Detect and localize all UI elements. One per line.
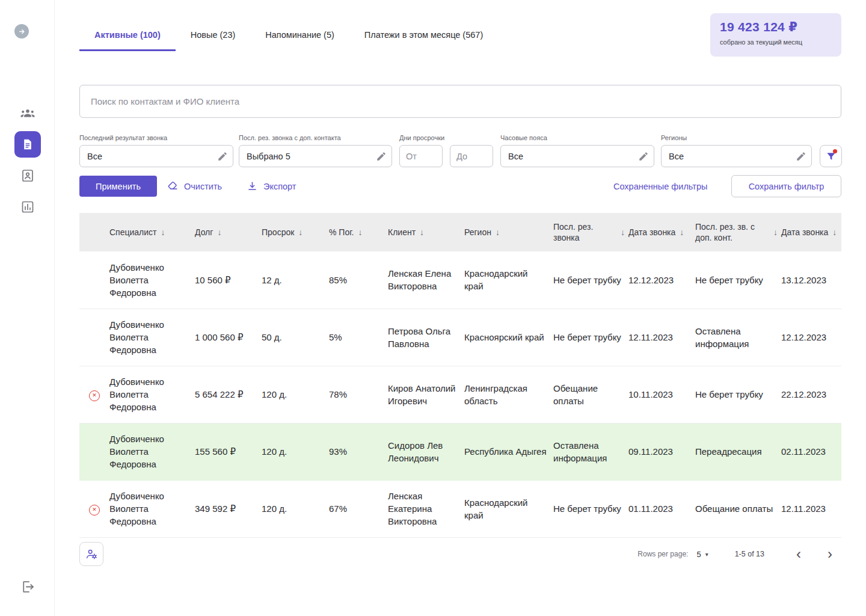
row-flag-cell: [79, 251, 109, 309]
next-page-button[interactable]: ›: [822, 547, 838, 561]
sort-down-icon[interactable]: ↓: [161, 227, 165, 237]
filter-last-call-result-input[interactable]: [79, 145, 233, 167]
saved-filters-link[interactable]: Сохраненные фильтры: [613, 176, 707, 197]
column-debt[interactable]: Долг↓: [195, 213, 262, 251]
sidebar-item-documents[interactable]: [14, 131, 41, 158]
cell-last-result: Не берет трубку: [553, 251, 628, 309]
cell-client: Сидоров Лев Леонидович: [388, 423, 464, 480]
column-label: Клиент: [388, 227, 416, 238]
sort-down-icon[interactable]: ↓: [298, 227, 302, 237]
cell-last-result: Обещание оплаты: [553, 366, 628, 423]
overdue-days-from-input[interactable]: [399, 145, 443, 167]
apply-button[interactable]: Применить: [79, 176, 157, 197]
chevron-down-icon: ▾: [705, 551, 708, 558]
filter-label-last-call-result-additional: Посл. рез. звонка с доп. контакта: [239, 134, 341, 141]
column-region[interactable]: Регион↓: [464, 213, 553, 251]
sidebar-item-contacts[interactable]: [14, 162, 41, 189]
table-row[interactable]: ✕ Дубовиченко Виолетта Федоровна 349 592…: [79, 480, 841, 537]
cell-call-date-additional: 22.12.2023: [781, 366, 841, 423]
sidebar: [0, 0, 55, 616]
error-flag-icon: ✕: [89, 505, 100, 516]
rows-per-page-value: 5: [696, 550, 701, 559]
filter-timezones-input[interactable]: [500, 145, 654, 167]
sidebar-item-analytics[interactable]: [14, 194, 41, 220]
tab-reminder[interactable]: Напоминание (5): [250, 20, 349, 51]
column-client[interactable]: Клиент↓: [388, 213, 464, 251]
cell-specialist: Дубовиченко Виолетта Федоровна: [109, 423, 195, 480]
column-specialist[interactable]: Специалист↓: [109, 213, 195, 251]
table-row-highlighted[interactable]: Дубовиченко Виолетта Федоровна 155 560 ₽…: [79, 423, 841, 480]
filter-timezones: [500, 145, 654, 167]
clear-button-label: Очистить: [184, 182, 222, 191]
row-flag-cell: ✕: [79, 366, 109, 423]
rows-per-page-label: Rows per page:: [637, 550, 688, 558]
filter-label-overdue-days: Дни просрочки: [399, 134, 444, 141]
previous-page-button[interactable]: ‹: [791, 547, 806, 561]
bar-chart-icon: [20, 200, 35, 214]
filter-label-timezones: Часовые пояса: [500, 134, 547, 141]
sort-down-icon[interactable]: ↓: [420, 227, 424, 237]
cell-debt: 155 560 ₽: [195, 423, 262, 480]
column-call-date-additional[interactable]: Дата звонка↓: [781, 213, 841, 251]
sort-down-icon[interactable]: ↓: [832, 227, 837, 237]
cell-call-date-additional: 02.11.2023: [781, 423, 841, 480]
cell-overdue: 12 д.: [262, 251, 329, 309]
rows-per-page-select[interactable]: 5 ▾: [696, 550, 708, 559]
cell-specialist: Дубовиченко Виолетта Федоровна: [109, 309, 195, 366]
cell-client: Киров Анатолий Игоревич: [388, 366, 464, 423]
tab-new[interactable]: Новые (23): [176, 20, 251, 51]
export-button[interactable]: Экспорт: [247, 176, 296, 197]
search-input[interactable]: [79, 85, 841, 118]
tab-active[interactable]: Активные (100): [79, 20, 176, 51]
sort-down-icon[interactable]: ↓: [496, 227, 500, 237]
sort-down-icon[interactable]: ↓: [680, 227, 684, 237]
cell-call-date-additional: 12.12.2023: [781, 309, 841, 366]
save-filter-button[interactable]: Сохранить фильтр: [731, 175, 841, 197]
filter-overdue-days-to: [450, 145, 493, 167]
cell-region: Республика Адыгея: [464, 423, 553, 480]
cell-percent: 78%: [329, 366, 388, 423]
table-row[interactable]: ✕ Дубовиченко Виолетта Федоровна 5 654 2…: [79, 366, 841, 423]
edit-icon[interactable]: [638, 151, 649, 162]
filter-regions: [661, 145, 812, 167]
cell-call-date-additional: 13.12.2023: [781, 251, 841, 309]
tab-payments-month[interactable]: Платежи в этом месяце (567): [349, 20, 498, 51]
column-call-date[interactable]: Дата звонка↓: [628, 213, 695, 251]
row-flag-cell: [79, 423, 109, 480]
column-settings-button[interactable]: [79, 542, 103, 566]
arrow-right-icon: [18, 28, 26, 35]
logout-button[interactable]: [20, 579, 35, 597]
filter-last-call-result-additional-input[interactable]: [239, 145, 392, 167]
overdue-days-to-input[interactable]: [450, 145, 493, 167]
edit-icon[interactable]: [376, 151, 387, 162]
filter-active-badge: [833, 149, 837, 153]
sort-down-icon[interactable]: ↓: [358, 227, 362, 237]
column-last-result[interactable]: Посл. рез. звонка↓: [553, 213, 628, 251]
app-logo[interactable]: [14, 24, 29, 38]
sort-down-icon[interactable]: ↓: [217, 227, 221, 237]
cell-client: Ленская Екатерина Викторовна: [388, 480, 464, 537]
advanced-filters-button[interactable]: [820, 145, 842, 167]
tab-bar: Активные (100) Новые (23) Напоминание (5…: [79, 20, 498, 51]
edit-icon[interactable]: [796, 151, 806, 162]
sort-down-icon[interactable]: ↓: [773, 227, 778, 237]
edit-icon[interactable]: [217, 151, 228, 162]
column-label: Посл. рез. звонка: [553, 221, 616, 243]
cell-last-result-additional: Не берет трубку: [695, 366, 781, 423]
cell-debt: 10 560 ₽: [195, 251, 262, 309]
clear-button[interactable]: Очистить: [167, 176, 222, 197]
sidebar-item-clients[interactable]: [14, 100, 41, 126]
column-overdue[interactable]: Просрок↓: [262, 213, 329, 251]
table-row[interactable]: Дубовиченко Виолетта Федоровна 10 560 ₽ …: [79, 251, 841, 309]
cell-last-result: Не берет трубку: [553, 309, 628, 366]
table-row[interactable]: Дубовиченко Виолетта Федоровна 1 000 560…: [79, 309, 841, 366]
filter-overdue-days-from: [399, 145, 443, 167]
cell-last-result-additional: Переадресация: [695, 423, 781, 480]
sort-down-icon[interactable]: ↓: [621, 227, 625, 237]
column-percent[interactable]: % Пог.↓: [329, 213, 388, 251]
column-last-result-additional[interactable]: Посл. рез. зв. с доп. конт.↓: [695, 213, 781, 251]
cell-debt: 349 592 ₽: [195, 480, 262, 537]
column-flag: [79, 213, 109, 251]
cell-debt: 1 000 560 ₽: [195, 309, 262, 366]
filter-regions-input[interactable]: [661, 145, 812, 167]
